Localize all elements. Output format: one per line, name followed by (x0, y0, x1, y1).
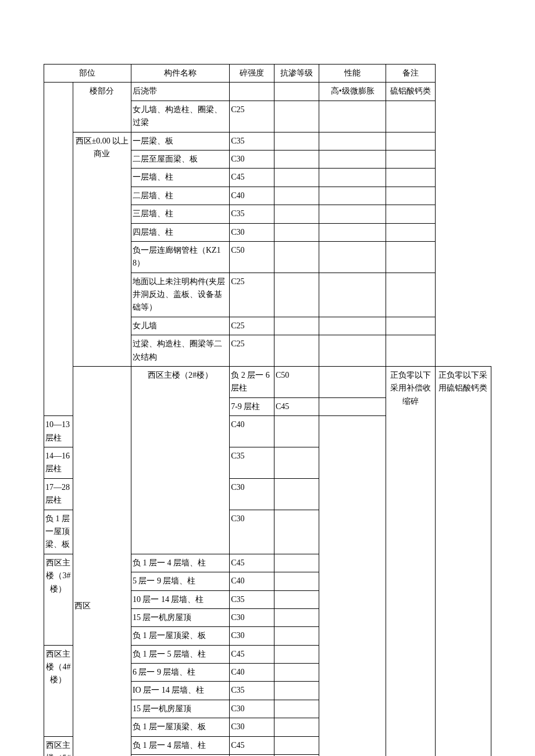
note-cell (386, 132, 436, 150)
component-cell: 10—13 层柱 (44, 416, 73, 447)
permeability-cell (274, 572, 319, 590)
strength-cell: C50 (274, 367, 319, 398)
section-cell: 西区主楼（5#楼） (44, 736, 73, 756)
strength-cell: C45 (230, 554, 274, 572)
strength-cell: C30 (230, 510, 274, 554)
component-cell: 10 层一 14 层墙、柱 (131, 590, 229, 608)
component-cell: 负 1 层一 4 层墙、柱 (131, 554, 229, 572)
spec-table: 部位 构件名称 碎强度 抗渗等级 性能 备注 楼部分后浇带高•级微膨胀硫铝酸钙类… (44, 64, 491, 756)
note-cell (386, 317, 436, 335)
strength-cell: C25 (230, 335, 274, 367)
permeability-cell (274, 169, 319, 187)
header-row: 部位 构件名称 碎强度 抗渗等级 性能 备注 (44, 65, 491, 83)
strength-cell: C40 (230, 664, 274, 682)
strength-cell: C30 (230, 478, 274, 510)
strength-cell: C45 (274, 397, 319, 415)
performance-cell (319, 223, 386, 241)
permeability-cell (274, 273, 319, 317)
component-cell: 负 1 层一 5 层墙、柱 (131, 645, 229, 663)
component-cell: 17—28 层柱 (44, 478, 73, 510)
performance-cell (319, 169, 386, 187)
component-cell: 女儿墙 (131, 317, 229, 335)
performance-cell (319, 132, 386, 150)
header-note: 备注 (386, 65, 436, 83)
note-cell (386, 335, 436, 367)
performance-cell: 正负零以下采用补偿收缩碎 (386, 367, 436, 756)
strength-cell (230, 83, 274, 101)
performance-cell (319, 205, 386, 223)
component-cell: 三层墙、柱 (131, 205, 229, 223)
header-permeability: 抗渗等级 (274, 65, 319, 83)
permeability-cell (274, 187, 319, 205)
performance-cell (319, 241, 386, 273)
note-cell (386, 169, 436, 187)
strength-cell: C40 (230, 187, 274, 205)
permeability-cell (274, 205, 319, 223)
permeability-cell (274, 335, 319, 367)
note-cell (386, 273, 436, 317)
table-row: 西区西区主楼（2#楼）负 2 层一 6 层柱C50正负零以下采用补偿收缩碎正负零… (44, 367, 491, 398)
header-zone-section: 部位 (44, 65, 131, 83)
component-cell: 5 层一 9 层墙、柱 (131, 572, 229, 590)
note-cell (386, 101, 436, 132)
permeability-cell (274, 608, 319, 626)
component-cell: 负 1 层一屋顶梁、板 (131, 627, 229, 645)
table-body: 楼部分后浇带高•级微膨胀硫铝酸钙类女儿墙、构造柱、圈梁、过梁C25西区±0.00… (44, 83, 491, 756)
component-cell: 二层至屋面梁、板 (131, 150, 229, 168)
component-cell: 四层墙、柱 (131, 223, 229, 241)
note-cell (386, 241, 436, 273)
component-cell: 一层墙、柱 (131, 169, 229, 187)
permeability-cell (274, 554, 319, 572)
permeability-cell (274, 416, 319, 447)
strength-cell: C45 (230, 736, 274, 754)
component-cell: 负 2 层一 6 层柱 (230, 367, 274, 398)
permeability-cell (274, 478, 319, 510)
permeability-cell (274, 510, 319, 554)
component-cell: 15 层一机房屋顶 (131, 700, 229, 718)
header-strength: 碎强度 (230, 65, 274, 83)
table-row: 西区±0.00 以上商业一层梁、板C35 (44, 132, 491, 150)
component-cell: IO 层一 14 层墙、柱 (131, 682, 229, 700)
section-cell: 西区±0.00 以上商业 (73, 132, 131, 366)
permeability-cell (274, 317, 319, 335)
header-performance: 性能 (319, 65, 386, 83)
component-cell: 一层梁、板 (131, 132, 229, 150)
performance-cell (319, 150, 386, 168)
strength-cell: C40 (230, 572, 274, 590)
strength-cell: C25 (230, 273, 274, 317)
component-cell: 后浇带 (131, 83, 229, 101)
permeability-cell (274, 682, 319, 700)
performance-cell (319, 317, 386, 335)
strength-cell: C30 (230, 150, 274, 168)
strength-cell: C45 (230, 169, 274, 187)
component-cell: 过梁、构造柱、圈梁等二次结构 (131, 335, 229, 367)
permeability-cell (274, 718, 319, 736)
strength-cell: C30 (230, 608, 274, 626)
component-cell: 14—16 层柱 (44, 447, 73, 478)
permeability-cell (274, 447, 319, 478)
table-row: 楼部分后浇带高•级微膨胀硫铝酸钙类 (44, 83, 491, 101)
strength-cell: C35 (230, 590, 274, 608)
strength-cell: C35 (230, 205, 274, 223)
header-component: 构件名称 (131, 65, 229, 83)
permeability-cell (274, 645, 319, 663)
permeability-cell (274, 101, 319, 132)
note-cell (386, 223, 436, 241)
permeability-cell (274, 241, 319, 273)
zone-cell (44, 83, 73, 416)
permeability-cell (274, 700, 319, 718)
strength-cell: C35 (230, 682, 274, 700)
performance-cell (319, 101, 386, 132)
strength-cell: C40 (230, 416, 274, 447)
component-cell: 15 层一机房屋顶 (131, 608, 229, 626)
component-cell: 负 1 层一 4 层墙、柱 (131, 736, 229, 754)
section-cell: 西区主楼（4#楼） (44, 645, 73, 736)
performance-cell (319, 273, 386, 317)
strength-cell: C25 (230, 317, 274, 335)
section-cell: 楼部分 (73, 83, 131, 132)
component-cell: 7-9 层柱 (230, 397, 274, 415)
note-cell (386, 187, 436, 205)
component-cell: 负一层连廊钢管柱（KZ18） (131, 241, 229, 273)
permeability-cell (274, 83, 319, 101)
strength-cell: C30 (230, 718, 274, 736)
